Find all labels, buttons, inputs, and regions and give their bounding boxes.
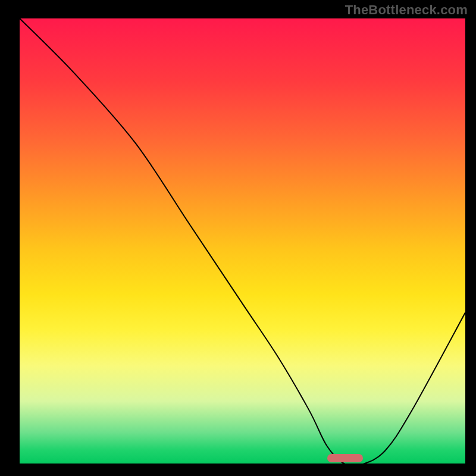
optimal-range-marker bbox=[327, 454, 363, 462]
branding-text: TheBottleneck.com bbox=[345, 2, 468, 18]
line-series bbox=[20, 18, 465, 464]
chart-curve bbox=[20, 18, 465, 464]
chart-plot-area bbox=[20, 18, 465, 464]
